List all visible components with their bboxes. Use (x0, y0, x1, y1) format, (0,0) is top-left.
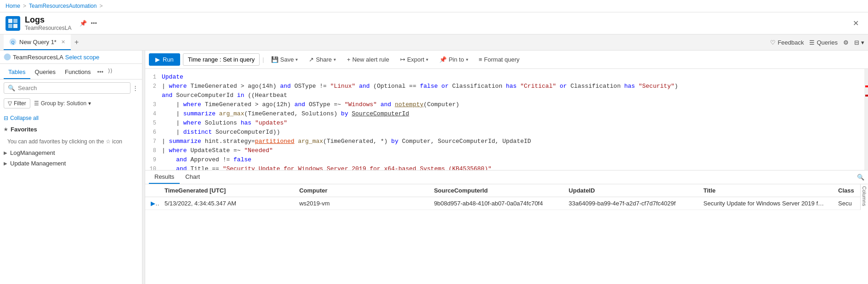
svg-point-6 (4, 54, 11, 60)
time-range-button[interactable]: Time range : Set in query (183, 53, 260, 66)
tab-bar: Q New Query 1* ✕ + ♡ Feedback ☰ Queries … (0, 34, 868, 51)
share-label: Share (316, 56, 332, 63)
run-button[interactable]: ▶ Run (149, 53, 180, 66)
gear-icon: ⚙ (843, 39, 849, 46)
format-icon: ≡ (479, 56, 482, 63)
results-tab-chart[interactable]: Chart (180, 170, 205, 184)
section-updatemanagement[interactable]: ▶ Update Management (0, 158, 142, 169)
more-options-icon[interactable]: ••• (91, 20, 97, 27)
svg-text:Q: Q (11, 40, 14, 45)
code-line-2b: and SourceComputerId in ((Heartbeat (145, 91, 868, 100)
code-line-4: 4 | summarize arg_max(TimeGenerated, Sol… (145, 109, 868, 119)
code-line-5: 5 | where Solutions has "updates" (145, 119, 868, 128)
col-class[interactable]: Class (833, 184, 860, 197)
sidebar-search-container: 🔍 (4, 82, 130, 94)
pin-icon[interactable]: 📌 (79, 20, 87, 27)
search-options-icon[interactable]: ⋮ (132, 85, 138, 91)
save-icon: 💾 (271, 56, 278, 63)
filter-button[interactable]: ▽ Filter (4, 98, 30, 108)
code-line-7: 7 | summarize hint.strategy=partitioned … (145, 137, 868, 146)
results-table-wrapper: TimeGenerated [UTC] Computer SourceCompu… (145, 184, 868, 210)
export-button[interactable]: ↦ Export ▾ (396, 53, 433, 66)
section-logmanagement[interactable]: ▶ LogManagement (0, 148, 142, 158)
chevron-right-icon: ★ (4, 127, 8, 132)
breadcrumb-resource[interactable]: TeamResourcesAutomation (29, 3, 96, 9)
sidebar-tab-functions[interactable]: Functions (60, 66, 95, 79)
chevron-right-icon: ▶ (4, 150, 7, 155)
breadcrumb: Home > TeamResourcesAutomation > (0, 0, 868, 12)
sidebar-tab-more[interactable]: ••• (95, 66, 105, 79)
queries-button[interactable]: ☰ Queries (809, 39, 838, 46)
svg-rect-1 (13, 19, 17, 23)
col-expand (145, 184, 159, 197)
cell-class: Secu (833, 197, 860, 210)
layout-button[interactable]: ⊟ ▾ (854, 39, 864, 46)
tab-close-icon[interactable]: ✕ (61, 39, 65, 45)
results-search-icon[interactable]: 🔍 (857, 174, 864, 181)
alert-icon: + (347, 56, 351, 63)
query-toolbar: ▶ Run Time range : Set in query | 💾 Save… (145, 51, 868, 69)
breadcrumb-home[interactable]: Home (6, 3, 20, 9)
run-icon: ▶ (155, 56, 160, 63)
cell-sourcecomputerid: 9b08d957-ab48-410f-ab07-0a0a74fc70f4 (428, 197, 563, 210)
filter-label: Filter (14, 100, 26, 107)
section-logmanagement-label: LogManagement (10, 149, 55, 156)
save-button[interactable]: 💾 Save ▾ (267, 53, 302, 66)
section-favorites[interactable]: ★ Favorites (0, 123, 142, 136)
share-icon: ↗ (309, 56, 314, 63)
svg-rect-2 (8, 24, 12, 28)
sidebar-tab-queries[interactable]: Queries (30, 66, 61, 79)
sidebar-collapse-button[interactable]: ⟩⟩ (105, 66, 115, 79)
pin-to-button[interactable]: 📌 Pin to ▾ (435, 53, 472, 66)
columns-panel-toggle[interactable]: Columns (860, 184, 868, 210)
cell-updateid: 33a64099-ba99-4e7f-a2d7-cf7d7fc4029f (563, 197, 698, 210)
main-layout: TeamResourcesLA Select scope Tables Quer… (0, 51, 868, 284)
col-title[interactable]: Title (698, 184, 833, 197)
code-line-8: 8 | where UpdateState =~ "Needed" (145, 146, 868, 155)
collapse-icon: ⊟ (4, 115, 8, 121)
code-editor[interactable]: 1 Update 2 | where TimeGenerated > ago(1… (145, 69, 868, 170)
pin-to-label: Pin to (448, 56, 464, 63)
app-subtitle: TeamResourcesLA (25, 25, 71, 31)
format-query-button[interactable]: ≡ Format query (479, 56, 520, 63)
group-by-button[interactable]: ☰ Group by: Solution ▾ (34, 100, 91, 107)
col-timegenerated[interactable]: TimeGenerated [UTC] (159, 184, 294, 197)
tab-add-button[interactable]: + (71, 36, 82, 48)
tab-new-query[interactable]: Q New Query 1* ✕ (4, 34, 71, 50)
col-updateid[interactable]: UpdateID (563, 184, 698, 197)
format-label: Format query (484, 56, 519, 63)
cell-timegenerated: 5/13/2022, 4:34:45.347 AM (159, 197, 294, 210)
app-header: Logs TeamResourcesLA 📌 ••• ✕ (0, 12, 868, 34)
tab-right-actions: ♡ Feedback ☰ Queries ⚙ ⊟ ▾ (770, 39, 864, 46)
share-button[interactable]: ↗ Share ▾ (305, 53, 340, 66)
select-scope-button[interactable]: Select scope (65, 54, 99, 61)
table-row: ▶ 5/13/2022, 4:34:45.347 AM ws2019-vm 9b… (145, 197, 860, 210)
heart-icon: ♡ (770, 39, 776, 46)
editor-scrollbar[interactable] (864, 69, 868, 170)
time-range-label: Time range : Set in query (188, 56, 255, 63)
collapse-all-button[interactable]: ⊟ Collapse all (0, 113, 142, 123)
row-expand-button[interactable]: ▶ (145, 197, 159, 210)
sidebar-tab-tables[interactable]: Tables (4, 66, 30, 79)
app-title: Logs (25, 15, 71, 25)
col-computer[interactable]: Computer (294, 184, 428, 197)
results-tab-results[interactable]: Results (149, 170, 180, 184)
queries-icon: ☰ (809, 39, 815, 46)
toolbar-separator: | (262, 56, 264, 63)
results-area: Results Chart 🔍 TimeGenerated [UTC] Comp… (145, 170, 868, 210)
sidebar-filter-row: ▽ Filter ☰ Group by: Solution ▾ (0, 97, 142, 110)
feedback-button[interactable]: ♡ Feedback (770, 39, 804, 46)
pin-chevron: ▾ (466, 57, 468, 62)
error-indicator-1 (865, 85, 868, 87)
settings-button[interactable]: ⚙ (843, 39, 849, 46)
app-logo-icon (6, 16, 20, 31)
results-tabs: Results Chart 🔍 (145, 170, 868, 184)
cell-title: Security Update for Windows Server 2019 … (698, 197, 833, 210)
search-input[interactable] (18, 85, 126, 91)
new-alert-button[interactable]: + New alert rule (343, 53, 393, 66)
chevron-right-icon: ▶ (4, 161, 7, 166)
col-sourcecomputerid[interactable]: SourceComputerId (428, 184, 563, 197)
close-button[interactable]: ✕ (849, 17, 862, 29)
queries-label: Queries (817, 39, 838, 46)
breadcrumb-sep2: > (99, 3, 102, 9)
